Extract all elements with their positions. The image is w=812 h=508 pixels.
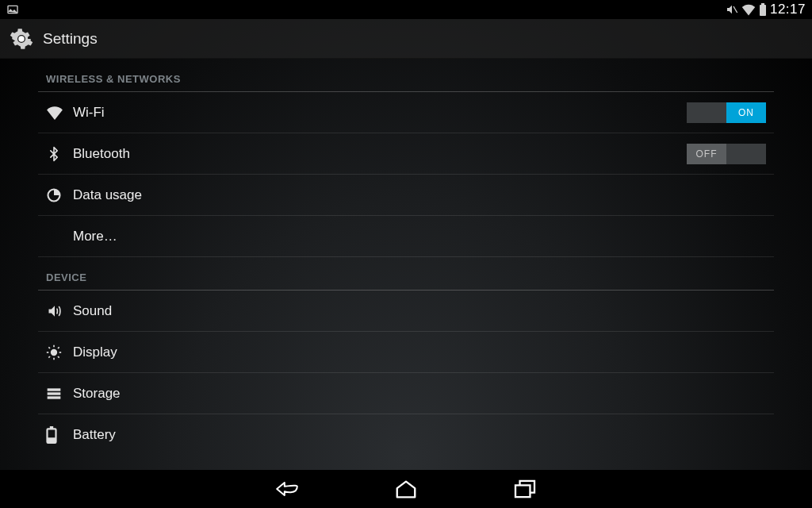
wifi-icon	[46, 106, 73, 120]
status-bar: 12:17	[0, 0, 812, 19]
action-bar: Settings	[0, 19, 812, 59]
battery-status-icon	[759, 3, 767, 16]
svg-rect-16	[48, 392, 61, 394]
recent-apps-button[interactable]	[509, 473, 541, 505]
bluetooth-icon	[46, 145, 73, 163]
svg-rect-15	[48, 388, 61, 391]
battery-icon	[46, 426, 73, 444]
row-sound-label: Sound	[73, 303, 766, 319]
svg-point-6	[51, 348, 57, 355]
svg-point-4	[18, 36, 25, 42]
settings-gear-icon	[10, 27, 33, 51]
row-battery-label: Battery	[73, 427, 766, 443]
svg-rect-20	[48, 437, 56, 443]
row-more-label: More…	[73, 229, 766, 244]
row-display-label: Display	[73, 344, 766, 360]
section-header-device: DEVICE	[38, 257, 774, 291]
svg-rect-3	[761, 3, 764, 5]
toggle-on-label: ON	[738, 107, 754, 118]
svg-line-11	[48, 347, 50, 348]
data-usage-icon	[46, 187, 73, 203]
row-battery[interactable]: Battery	[38, 414, 774, 456]
picture-icon	[6, 3, 19, 16]
row-data-usage[interactable]: Data usage	[38, 175, 774, 216]
bluetooth-toggle[interactable]: OFF ON	[687, 144, 766, 164]
row-bluetooth-label: Bluetooth	[73, 146, 687, 162]
row-data-usage-label: Data usage	[73, 187, 766, 203]
row-wifi-label: Wi-Fi	[73, 105, 687, 121]
wifi-status-icon	[741, 3, 756, 16]
row-more[interactable]: More…	[38, 216, 774, 257]
navigation-bar	[0, 470, 812, 508]
section-header-wireless: WIRELESS & NETWORKS	[38, 59, 774, 92]
row-wifi[interactable]: Wi-Fi OFF ON	[38, 92, 774, 133]
row-storage-label: Storage	[73, 386, 766, 402]
sound-icon	[46, 303, 73, 319]
row-display[interactable]: Display	[38, 332, 774, 373]
svg-line-1	[733, 6, 737, 13]
toggle-off-label: OFF	[696, 148, 718, 160]
mute-icon	[726, 3, 738, 16]
page-title: Settings	[43, 30, 98, 48]
svg-line-13	[48, 356, 50, 358]
back-button[interactable]	[271, 473, 303, 505]
storage-icon	[46, 387, 73, 401]
row-bluetooth[interactable]: Bluetooth OFF ON	[38, 133, 774, 175]
home-button[interactable]	[390, 473, 422, 505]
svg-rect-21	[515, 485, 530, 497]
svg-line-12	[58, 356, 59, 358]
svg-rect-2	[760, 5, 766, 16]
wifi-toggle[interactable]: OFF ON	[687, 102, 766, 123]
svg-rect-17	[48, 396, 61, 398]
display-icon	[46, 344, 73, 360]
row-sound[interactable]: Sound	[38, 291, 774, 332]
svg-rect-19	[50, 426, 53, 429]
svg-line-14	[58, 347, 59, 348]
settings-list: WIRELESS & NETWORKS Wi-Fi OFF ON Bluetoo…	[0, 59, 812, 470]
row-storage[interactable]: Storage	[38, 373, 774, 414]
clock: 12:17	[770, 2, 806, 17]
